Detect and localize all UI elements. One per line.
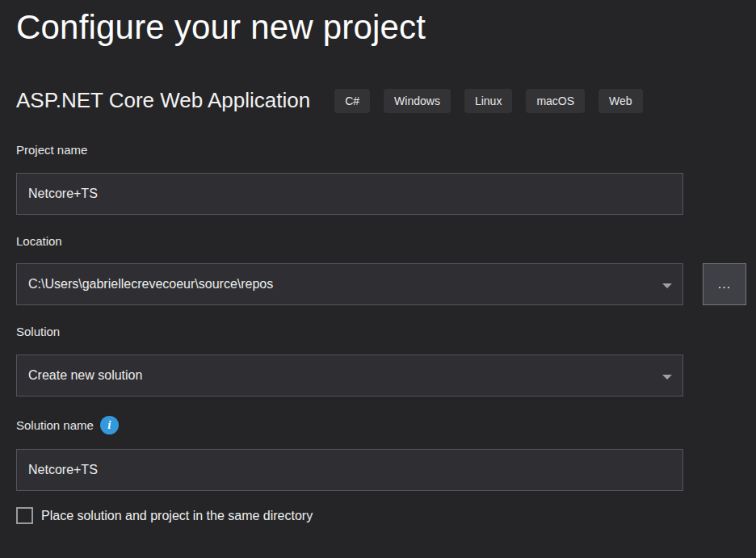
template-tags: C# Windows Linux macOS Web [334,89,642,113]
browse-location-button[interactable]: ... [703,263,746,305]
same-directory-label[interactable]: Place solution and project in the same d… [41,509,313,523]
project-name-label: Project name [16,143,87,157]
template-name: ASP.NET Core Web Application [16,88,310,113]
same-directory-checkbox[interactable] [16,507,33,524]
solution-label-text: Solution [16,325,60,338]
solution-value: Create new solution [28,368,142,383]
solution-name-input[interactable] [16,449,683,491]
chevron-down-icon[interactable] [662,283,672,288]
template-summary-row: ASP.NET Core Web Application C# Windows … [16,88,740,113]
tag-windows: Windows [384,89,451,113]
location-label: Location [16,234,62,248]
tag-web: Web [598,89,643,113]
info-icon[interactable]: i [100,416,119,434]
project-name-input[interactable] [16,173,683,215]
project-name-label-text: Project name [16,143,87,157]
configure-project-dialog: Configure your new project ASP.NET Core … [0,0,756,558]
location-combobox[interactable]: C:\Users\gabriellecrevecoeur\source\repo… [16,263,683,305]
tag-macos: macOS [526,89,585,113]
same-directory-row: Place solution and project in the same d… [16,507,313,524]
location-label-text: Location [16,234,62,248]
page-title: Configure your new project [16,8,426,47]
solution-combobox[interactable]: Create new solution [16,355,683,396]
solution-label: Solution [16,325,60,338]
solution-name-label: Solution name i [16,416,119,434]
location-value: C:\Users\gabriellecrevecoeur\source\repo… [28,277,273,292]
tag-csharp: C# [334,89,370,113]
solution-name-label-text: Solution name [16,418,94,432]
tag-linux: Linux [464,89,512,113]
chevron-down-icon[interactable] [662,375,672,380]
